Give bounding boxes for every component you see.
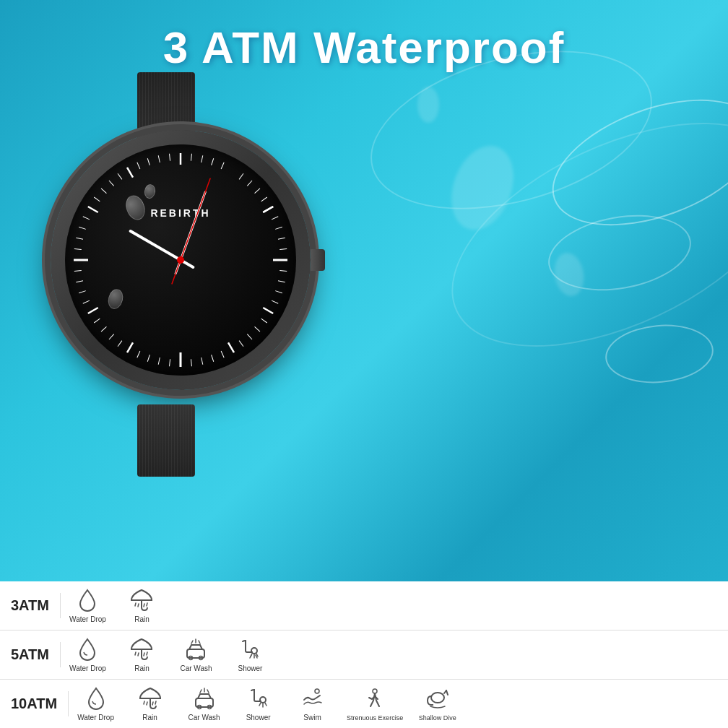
svg-line-71 <box>135 652 136 655</box>
water-drop-label: Water Drop <box>77 714 114 722</box>
svg-line-37 <box>158 358 160 365</box>
svg-line-29 <box>255 326 260 332</box>
svg-line-51 <box>83 217 90 220</box>
svg-line-20 <box>272 217 278 220</box>
svg-line-16 <box>239 173 243 179</box>
swim-item: Swim <box>292 685 332 722</box>
swim-label: Swim <box>303 714 321 722</box>
svg-line-43 <box>94 318 100 323</box>
water-drop-item: Water Drop <box>76 685 116 722</box>
10atm-row: 10ATM Water Drop Rain <box>0 680 728 728</box>
svg-line-17 <box>247 181 252 186</box>
5atm-row: 5ATM Water Drop Rain <box>0 630 728 680</box>
shallow-dive-label: Shallow Dive <box>419 714 456 722</box>
svg-line-57 <box>147 158 150 165</box>
svg-line-69 <box>147 603 147 606</box>
svg-line-10 <box>88 207 98 212</box>
svg-line-22 <box>278 238 285 239</box>
water-drop-label: Water Drop <box>69 664 106 673</box>
svg-line-7 <box>127 342 133 352</box>
svg-line-101 <box>265 703 266 706</box>
car-wash-item: Car Wash <box>184 685 224 722</box>
svg-line-31 <box>239 341 243 347</box>
car-wash-label: Car Wash <box>188 714 220 722</box>
svg-line-91 <box>155 701 156 704</box>
rain-item: Rain <box>122 587 162 624</box>
waterproof-info-section: 3ATM Water Drop Rain <box>0 581 728 728</box>
svg-line-32 <box>221 351 224 358</box>
rain-umbrella-icon <box>129 636 155 662</box>
shower-label: Shower <box>238 664 263 673</box>
svg-line-53 <box>101 188 106 194</box>
shower-icon <box>246 685 272 711</box>
svg-text:REBIRTH: REBIRTH <box>150 207 210 219</box>
watch-image: REBIRTH <box>36 72 441 477</box>
svg-line-47 <box>74 270 82 271</box>
svg-line-30 <box>247 334 252 339</box>
5atm-label: 5ATM <box>0 642 61 667</box>
water-ripple <box>418 77 728 393</box>
hour-markers: REBIRTH <box>65 144 296 376</box>
water-drop-icon <box>74 587 100 613</box>
svg-line-24 <box>280 270 287 271</box>
water-drop-item: Water Drop <box>68 636 108 673</box>
svg-line-44 <box>83 300 90 303</box>
svg-line-72 <box>138 653 139 656</box>
svg-line-33 <box>212 355 214 362</box>
shower-label: Shower <box>246 714 271 722</box>
rain-label: Rain <box>134 664 150 673</box>
water-highlight <box>551 251 587 298</box>
10atm-label: 10ATM <box>0 691 69 716</box>
water-drop-icon <box>83 685 109 711</box>
svg-line-88 <box>144 701 144 704</box>
svg-line-48 <box>74 249 82 250</box>
svg-point-64 <box>177 256 184 264</box>
svg-point-104 <box>431 693 444 703</box>
svg-line-4 <box>263 308 273 313</box>
10atm-icons: Water Drop Rain <box>69 680 728 728</box>
svg-line-14 <box>212 158 214 165</box>
svg-line-45 <box>79 291 86 293</box>
svg-point-102 <box>315 689 319 693</box>
car-wash-icon <box>191 685 217 711</box>
strenuous-exercise-item: Strenuous Exercise <box>347 686 403 722</box>
svg-line-5 <box>228 342 234 352</box>
svg-line-39 <box>137 351 140 358</box>
svg-line-38 <box>147 355 150 362</box>
svg-line-41 <box>109 334 114 339</box>
svg-point-81 <box>251 648 257 654</box>
svg-line-90 <box>152 702 153 705</box>
svg-line-68 <box>144 604 144 607</box>
page-title: 3 ATM Waterproof <box>0 22 728 73</box>
svg-line-50 <box>79 227 86 229</box>
svg-line-67 <box>138 604 139 607</box>
svg-line-8 <box>88 308 98 313</box>
shower-item: Shower <box>230 636 270 673</box>
watch-crown <box>311 249 325 271</box>
svg-line-11 <box>127 168 133 178</box>
svg-line-42 <box>101 326 106 332</box>
svg-point-98 <box>260 697 266 703</box>
svg-line-54 <box>109 181 114 186</box>
car-wash-icon <box>183 636 209 662</box>
svg-line-2 <box>263 207 273 212</box>
3atm-label: 3ATM <box>0 593 61 618</box>
svg-line-26 <box>275 291 282 293</box>
svg-line-99 <box>259 703 261 706</box>
svg-line-78 <box>191 641 193 644</box>
svg-line-18 <box>255 188 260 194</box>
svg-line-89 <box>147 702 147 705</box>
swim-icon <box>300 685 326 711</box>
water-drop-item: Water Drop <box>68 587 108 624</box>
car-wash-label: Car Wash <box>180 664 212 673</box>
rain-item: Rain <box>122 636 162 673</box>
rain-item: Rain <box>130 685 170 722</box>
svg-line-55 <box>118 173 122 179</box>
svg-line-25 <box>278 281 285 282</box>
svg-line-66 <box>135 603 136 606</box>
water-drop-label: Water Drop <box>69 615 106 624</box>
svg-line-95 <box>200 690 202 693</box>
watch-face: REBIRTH <box>65 144 296 376</box>
svg-line-73 <box>144 653 144 656</box>
3atm-icons: Water Drop Rain <box>61 581 728 630</box>
